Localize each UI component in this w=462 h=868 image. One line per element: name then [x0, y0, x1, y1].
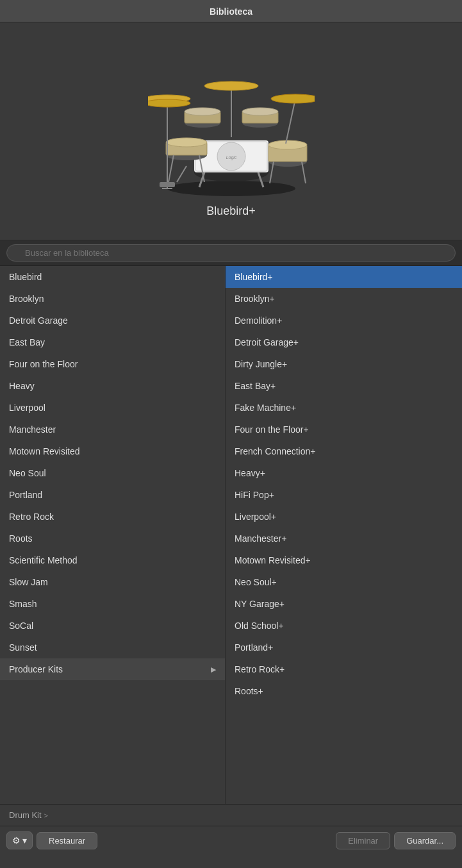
list-item[interactable]: French Connection+ [226, 440, 462, 462]
list-item[interactable]: Smash [0, 593, 225, 615]
list-item-label: Detroit Garage [9, 315, 68, 326]
title-bar: Biblioteca [0, 0, 462, 22]
search-bar: 🔍▾ [0, 240, 462, 266]
list-item-label: Roots+ [235, 686, 263, 696]
list-item[interactable]: Roots [0, 528, 225, 549]
svg-point-16 [185, 108, 220, 115]
list-item-label: Liverpool [9, 403, 45, 413]
list-item-label: Manchester [9, 424, 56, 435]
toolbar: ⚙ ▾ Restaurar Eliminar Guardar... [0, 826, 462, 855]
search-input[interactable] [6, 244, 456, 262]
search-wrapper: 🔍▾ [6, 244, 456, 262]
list-item[interactable]: Neo Soul [0, 462, 225, 484]
list-item[interactable]: Detroit Garage+ [226, 331, 462, 353]
list-item[interactable]: Manchester+ [226, 528, 462, 549]
list-item[interactable]: Retro Rock [0, 506, 225, 528]
list-item-label: Neo Soul+ [235, 577, 277, 587]
list-item-label: Roots [9, 533, 33, 544]
breadcrumb-bar: Drum Kit > [0, 805, 462, 826]
list-item-label: Four on the Floor [9, 359, 78, 369]
list-item-label: Manchester+ [235, 533, 286, 544]
list-item[interactable]: Old School+ [226, 615, 462, 637]
list-item[interactable]: Dirty Jungle+ [226, 353, 462, 375]
list-item[interactable]: Brooklyn+ [226, 288, 462, 310]
list-item[interactable]: Demolition+ [226, 310, 462, 331]
submenu-arrow-icon: ▶ [211, 665, 216, 674]
delete-button[interactable]: Eliminar [336, 832, 390, 849]
svg-line-31 [286, 99, 295, 144]
list-item[interactable]: East Bay [0, 331, 225, 353]
list-item[interactable]: Motown Revisited+ [226, 549, 462, 571]
list-item[interactable]: Brooklyn [0, 288, 225, 310]
list-item[interactable]: SoCal [0, 615, 225, 637]
save-button[interactable]: Guardar... [394, 832, 456, 849]
list-item[interactable]: Four on the Floor [0, 353, 225, 375]
svg-line-23 [270, 162, 274, 183]
list-item[interactable]: Neo Soul+ [226, 571, 462, 593]
list-item[interactable]: Fake Machine+ [226, 397, 462, 419]
list-item-label: Brooklyn+ [235, 294, 275, 304]
list-item-label: Motown Revisited [9, 446, 80, 456]
svg-line-11 [169, 155, 174, 182]
list-item-label: SoCal [9, 621, 33, 631]
list-item-label: Brooklyn [9, 294, 44, 304]
svg-point-19 [242, 108, 278, 115]
drum-kit-svg: Logic [148, 47, 315, 201]
list-item-label: Scientific Method [9, 555, 78, 565]
right-panel: Bluebird+Brooklyn+Demolition+Detroit Gar… [226, 266, 462, 804]
list-item-label: French Connection+ [235, 446, 315, 456]
list-item[interactable]: Heavy [0, 375, 225, 397]
list-item[interactable]: Portland+ [226, 637, 462, 658]
list-item[interactable]: Sunset [0, 637, 225, 658]
list-item-label: Old School+ [235, 621, 284, 631]
svg-line-13 [177, 166, 186, 182]
list-item-label: Portland [9, 490, 42, 500]
list-item[interactable]: Heavy+ [226, 462, 462, 484]
drum-kit-name: Bluebird+ [206, 204, 256, 218]
breadcrumb-drumkit[interactable]: Drum Kit [9, 810, 42, 820]
list-item[interactable]: Manchester [0, 419, 225, 440]
list-item[interactable]: Liverpool+ [226, 506, 462, 528]
list-item-label: Heavy [9, 381, 35, 391]
list-item[interactable]: Bluebird+ [226, 266, 462, 288]
list-item-label: Smash [9, 599, 37, 609]
list-item-label: Heavy+ [235, 468, 265, 478]
list-container: BluebirdBrooklynDetroit GarageEast BayFo… [0, 266, 462, 805]
list-item[interactable]: NY Garage+ [226, 593, 462, 615]
list-item[interactable]: Producer Kits▶ [0, 658, 225, 680]
list-item-label: Producer Kits [9, 664, 63, 674]
list-item[interactable]: Retro Rock+ [226, 658, 462, 680]
drum-image-area: Logic [0, 22, 462, 240]
list-item-label: Bluebird [9, 272, 42, 282]
list-item-label: Sunset [9, 642, 37, 653]
list-item[interactable]: Liverpool [0, 397, 225, 419]
restore-button[interactable]: Restaurar [37, 832, 97, 849]
list-item[interactable]: Portland [0, 484, 225, 506]
list-item[interactable]: East Bay+ [226, 375, 462, 397]
list-item[interactable]: Scientific Method [0, 549, 225, 571]
svg-text:Logic: Logic [226, 155, 236, 160]
list-item[interactable]: Bluebird [0, 266, 225, 288]
list-item-label: Dirty Jungle+ [235, 359, 287, 369]
list-item[interactable]: Motown Revisited [0, 440, 225, 462]
list-item-label: East Bay [9, 337, 45, 347]
list-item-label: Slow Jam [9, 577, 48, 587]
list-item[interactable]: Slow Jam [0, 571, 225, 593]
svg-rect-33 [160, 182, 175, 187]
list-item-label: NY Garage+ [235, 599, 285, 609]
breadcrumb-arrow: > [44, 812, 48, 819]
list-item-label: Fake Machine+ [235, 403, 296, 413]
svg-point-10 [166, 138, 207, 147]
list-item-label: Bluebird+ [235, 272, 273, 282]
list-item-label: Portland+ [235, 642, 273, 653]
gear-button[interactable]: ⚙ ▾ [6, 831, 33, 849]
list-item[interactable]: Roots+ [226, 680, 462, 702]
gear-icon: ⚙ [12, 835, 21, 846]
drum-visual: Logic [148, 44, 315, 204]
list-item[interactable]: Detroit Garage [0, 310, 225, 331]
list-item[interactable]: Four on the Floor+ [226, 419, 462, 440]
svg-point-0 [167, 181, 295, 196]
list-item-label: Motown Revisited+ [235, 555, 311, 565]
list-item[interactable]: HiFi Pop+ [226, 484, 462, 506]
svg-point-28 [148, 99, 190, 107]
